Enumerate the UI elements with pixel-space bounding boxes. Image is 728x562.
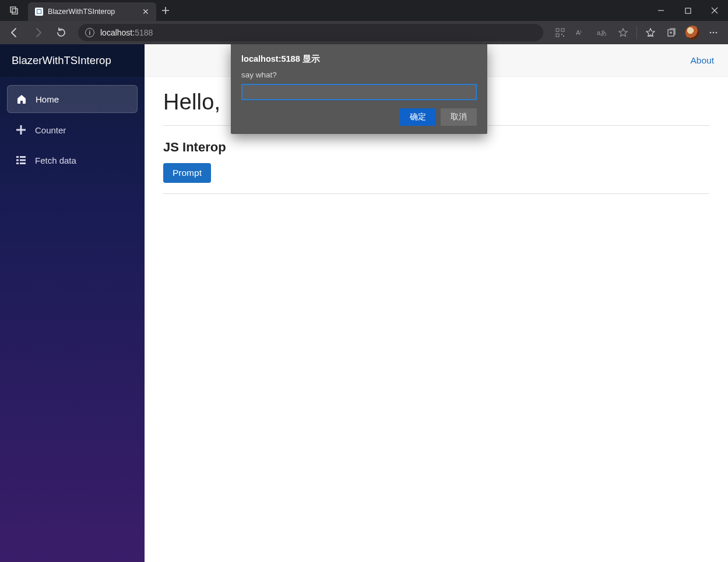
dialog-title: localhost:5188 显示 [241,54,477,65]
tab-close-icon[interactable]: ✕ [142,7,149,16]
browser-tab[interactable]: BlazerWithTSInterop ✕ [28,2,156,21]
prompt-button[interactable]: Prompt [163,163,211,183]
svg-point-12 [713,32,715,34]
url-host: localhost: [100,28,135,37]
dialog-ok-button[interactable]: 确定 [400,108,436,126]
svg-rect-2 [685,8,691,13]
favorites-icon[interactable] [641,23,660,42]
tab-title: BlazerWithTSInterop [48,8,138,16]
plus-icon [15,124,27,136]
divider [163,193,709,194]
svg-rect-5 [556,34,559,37]
svg-text:A⁾: A⁾ [576,29,582,36]
toolbar-right-icons: A⁾ aあ [550,23,723,42]
sidebar-item-fetch-data[interactable]: Fetch data [7,147,138,174]
tab-actions-button[interactable] [0,0,28,21]
nav-forward-button[interactable] [28,23,48,42]
dialog-input[interactable] [241,84,477,100]
brand-header[interactable]: BlazerWithTSInterop [0,44,145,77]
dialog-message: say what? [241,70,477,79]
page-viewport: BlazerWithTSInterop Home Counter Fetch d… [0,44,728,562]
new-tab-button[interactable] [156,0,175,21]
svg-rect-18 [16,160,19,161]
window-close-button[interactable] [701,0,728,21]
profile-button[interactable] [683,23,702,42]
sidebar-item-label: Fetch data [35,155,76,165]
address-url: localhost:5188 [100,28,153,37]
nav-back-button[interactable] [5,23,24,42]
window-titlebar: BlazerWithTSInterop ✕ [0,0,728,21]
dialog-cancel-button[interactable]: 取消 [441,108,477,126]
nav-refresh-button[interactable] [51,23,71,42]
profile-avatar-icon [685,26,699,40]
sidebar-item-home[interactable]: Home [7,85,138,113]
translate-icon[interactable]: aあ [592,23,612,42]
svg-rect-15 [16,129,26,131]
tab-favicon [35,8,43,16]
sidebar-item-label: Home [36,94,59,104]
svg-rect-6 [561,34,562,35]
sidebar-item-counter[interactable]: Counter [7,116,138,143]
window-minimize-button[interactable] [648,0,674,21]
dialog-button-row: 确定 取消 [241,108,477,126]
svg-point-11 [710,32,712,34]
svg-point-13 [716,32,718,34]
site-info-icon[interactable]: i [85,28,94,37]
svg-rect-16 [16,156,19,158]
list-icon [15,154,27,166]
home-icon [16,93,27,105]
svg-rect-0 [10,7,16,12]
sidebar: BlazerWithTSInterop Home Counter Fetch d… [0,44,145,562]
js-prompt-dialog: localhost:5188 显示 say what? 确定 取消 [231,44,487,134]
svg-rect-21 [20,162,26,164]
browser-toolbar: i localhost:5188 A⁾ aあ [0,21,728,44]
address-bar[interactable]: i localhost:5188 [78,24,543,41]
svg-rect-17 [20,156,26,158]
svg-rect-19 [20,160,26,161]
read-aloud-icon[interactable]: A⁾ [571,23,591,42]
svg-rect-3 [556,29,559,31]
favorite-star-icon[interactable] [613,23,633,42]
about-link[interactable]: About [690,55,714,66]
svg-rect-7 [563,36,564,37]
more-menu-icon[interactable] [704,23,723,42]
url-port: 5188 [135,28,153,37]
collections-icon[interactable] [662,23,681,42]
section-title: JS Interop [163,140,709,155]
svg-rect-4 [561,29,564,31]
brand-title: BlazerWithTSInterop [12,54,111,67]
svg-rect-20 [16,162,19,164]
svg-text:aあ: aあ [597,29,607,36]
svg-rect-1 [12,9,17,14]
qr-icon[interactable] [550,23,570,42]
window-maximize-button[interactable] [674,0,701,21]
sidebar-item-label: Counter [35,125,66,135]
sidebar-nav: Home Counter Fetch data [0,77,145,182]
